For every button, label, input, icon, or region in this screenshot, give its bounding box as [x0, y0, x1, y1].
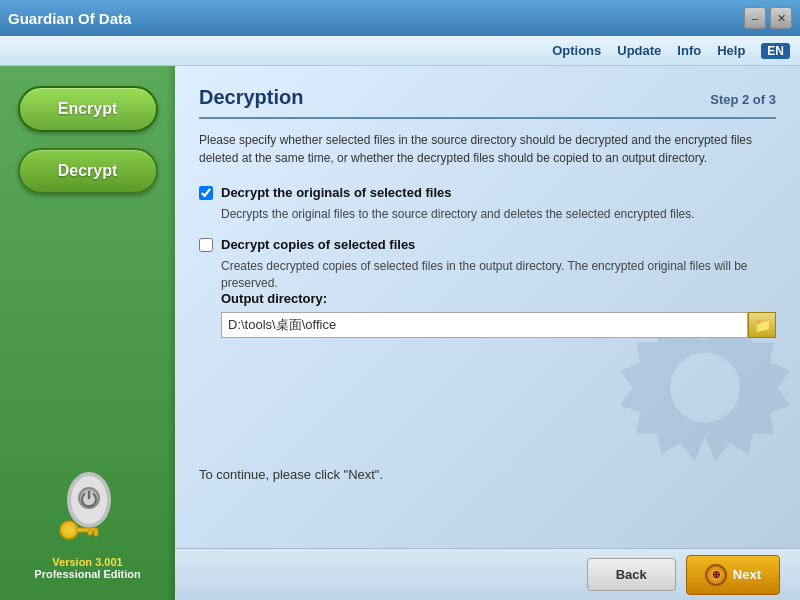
option2-row: Decrypt copies of selected files — [199, 237, 776, 252]
main-layout: Encrypt Decrypt — [0, 66, 800, 600]
content-inner: Decryption Step 2 of 3 Please specify wh… — [175, 66, 800, 548]
minimize-button[interactable]: – — [744, 7, 766, 29]
bottom-bar: Back ⊕ Next — [175, 548, 800, 600]
menu-update[interactable]: Update — [617, 43, 661, 58]
menu-options[interactable]: Options — [552, 43, 601, 58]
close-button[interactable]: ✕ — [770, 7, 792, 29]
language-badge[interactable]: EN — [761, 43, 790, 59]
sidebar: Encrypt Decrypt — [0, 66, 175, 600]
back-button[interactable]: Back — [587, 558, 676, 591]
svg-rect-7 — [94, 530, 98, 536]
option2-group: Decrypt copies of selected files Creates… — [199, 237, 776, 339]
option1-row: Decrypt the originals of selected files — [199, 185, 776, 200]
content-header: Decryption Step 2 of 3 — [199, 86, 776, 119]
logo-area: Version 3.001 Professional Edition — [34, 472, 140, 580]
folder-icon: 📁 — [754, 317, 771, 333]
output-dir-label: Output directory: — [221, 291, 776, 306]
option2-checkbox[interactable] — [199, 238, 213, 252]
menu-info[interactable]: Info — [677, 43, 701, 58]
browse-button[interactable]: 📁 — [748, 312, 776, 338]
window-controls: – ✕ — [744, 7, 792, 29]
shield-key-icon — [47, 472, 127, 552]
option1-group: Decrypt the originals of selected files … — [199, 185, 776, 223]
encrypt-button[interactable]: Encrypt — [18, 86, 158, 132]
continue-text: To continue, please click "Next". — [199, 467, 383, 482]
sidebar-bottom: Version 3.001 Professional Edition — [34, 472, 140, 580]
svg-point-5 — [64, 525, 74, 535]
edition-label: Professional Edition — [34, 568, 140, 580]
next-button[interactable]: ⊕ Next — [686, 555, 780, 595]
menu-bar: Options Update Info Help EN — [0, 36, 800, 66]
page-title: Decryption — [199, 86, 303, 109]
app-title: Guardian Of Data — [8, 10, 131, 27]
title-bar: Guardian Of Data – ✕ — [0, 0, 800, 36]
content-area: Decryption Step 2 of 3 Please specify wh… — [175, 66, 800, 600]
option2-desc: Creates decrypted copies of selected fil… — [221, 258, 776, 292]
option1-checkbox[interactable] — [199, 186, 213, 200]
next-label: Next — [733, 567, 761, 582]
decrypt-button[interactable]: Decrypt — [18, 148, 158, 194]
output-dir-input[interactable] — [221, 312, 748, 338]
option1-label: Decrypt the originals of selected files — [221, 185, 451, 200]
next-icon: ⊕ — [705, 564, 727, 586]
version-label: Version 3.001 — [52, 556, 122, 568]
description-text: Please specify whether selected files in… — [199, 131, 776, 167]
output-dir-row: 📁 — [221, 312, 776, 338]
step-label: Step 2 of 3 — [710, 92, 776, 107]
option2-label: Decrypt copies of selected files — [221, 237, 415, 252]
menu-help[interactable]: Help — [717, 43, 745, 58]
option1-desc: Decrypts the original files to the sourc… — [221, 206, 776, 223]
svg-rect-8 — [88, 530, 92, 535]
